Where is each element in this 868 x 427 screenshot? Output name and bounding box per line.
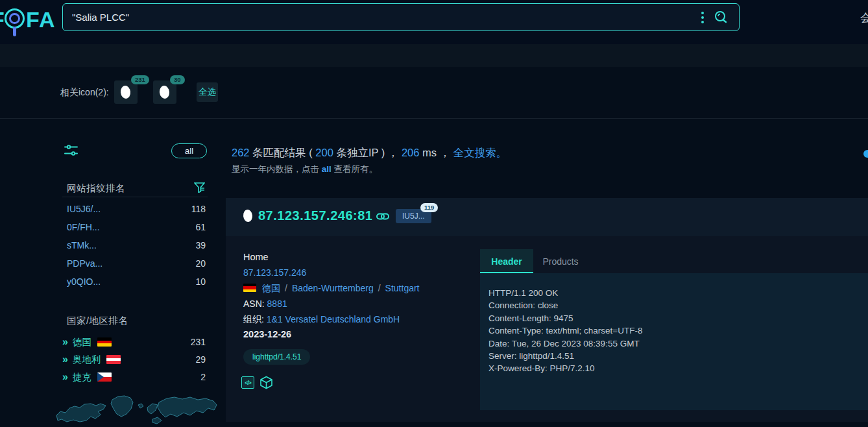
unique-ip-count: 200 — [315, 147, 333, 158]
summary-text: ms ， — [419, 147, 453, 158]
fingerprint-count: 39 — [195, 240, 206, 250]
http-header-panel: HTTP/1.1 200 OK Connection: close Conten… — [480, 273, 868, 410]
funnel-filter-icon[interactable] — [194, 182, 205, 193]
logo-letters-fa: FA — [26, 7, 55, 32]
tab-header[interactable]: Header — [480, 249, 533, 273]
match-count: 262 — [232, 147, 250, 158]
http-header-line: X-Powered-By: PHP/7.2.10 — [488, 362, 868, 374]
external-link-icon[interactable] — [376, 212, 389, 221]
region-row-czech[interactable]: » 捷克 2 — [62, 371, 206, 384]
filter-sliders-icon[interactable] — [64, 145, 78, 156]
fofa-logo[interactable]: F FA — [0, 5, 58, 39]
site-title: Home — [243, 252, 269, 262]
double-chevron-icon: » — [62, 336, 67, 348]
org-link[interactable]: 1&1 Versatel Deutschland GmbH — [267, 314, 400, 324]
ip-link[interactable]: 87.123.157.246 — [243, 267, 306, 278]
germany-flag-icon — [97, 337, 112, 347]
region-count: 231 — [191, 337, 206, 347]
location-row: 德国/Baden-Wurttemberg/Stuttgart — [243, 283, 420, 295]
result-ip-port-link[interactable]: 87.123.157.246:81 — [258, 208, 372, 223]
logo-magnifier-o-icon — [5, 8, 25, 29]
tab-products[interactable]: Products — [533, 249, 588, 273]
region-name: 德国 — [73, 336, 91, 348]
related-icon-label: 相关icon(2): — [60, 87, 109, 99]
fingerprint-link[interactable]: y0QIO... — [67, 276, 101, 287]
favicon-image — [159, 85, 170, 99]
germany-flag-icon — [243, 284, 256, 292]
asn-link[interactable]: 8881 — [267, 299, 287, 309]
austria-flag-icon — [106, 355, 121, 364]
fingerprint-row: y0QIO... 10 — [67, 275, 206, 288]
http-header-line: Content-Type: text/html; charset=UTF-8 — [488, 324, 868, 337]
http-header-line: Content-Length: 9475 — [488, 312, 868, 324]
region-count: 29 — [195, 354, 206, 365]
fingerprint-ranking-title: 网站指纹排名 — [67, 182, 125, 195]
search-bar — [62, 3, 740, 31]
fingerprint-link[interactable]: IU5J6/... — [67, 204, 101, 214]
http-header-line: Connection: close — [488, 299, 868, 311]
fulltext-search-link[interactable]: 全文搜索。 — [453, 147, 507, 158]
search-icon[interactable] — [713, 10, 729, 25]
region-link[interactable]: Baden-Wurttemberg — [292, 283, 374, 293]
asn-label: ASN: — [243, 299, 265, 309]
double-chevron-icon: » — [62, 371, 67, 383]
region-count: 2 — [200, 372, 206, 382]
summary-text: 条匹配结果 ( — [250, 147, 316, 158]
region-name: 奥地利 — [73, 354, 101, 366]
search-input[interactable] — [63, 12, 701, 23]
results-hint: 显示一年内数据，点击 all 查看所有。 — [232, 164, 378, 175]
fingerprint-count: 61 — [195, 222, 206, 232]
hint-text: 显示一年内数据，点击 — [232, 164, 322, 174]
hint-text: 查看所有。 — [332, 164, 378, 174]
fingerprint-link[interactable]: 0F/FH... — [67, 222, 100, 232]
tag-count-bubble: 119 — [420, 203, 438, 212]
site-title-text: Home — [243, 252, 269, 262]
sidebar-divider — [62, 197, 208, 197]
nav-member-label-clipped[interactable]: 会员 — [860, 10, 868, 25]
all-data-toggle-button[interactable]: all — [171, 143, 207, 158]
select-all-button[interactable]: 全选 — [197, 82, 218, 102]
section-divider — [0, 118, 868, 119]
results-summary: 262 条匹配结果 ( 200 条独立IP ) ， 206 ms ， 全文搜索。 — [232, 146, 507, 160]
http-header-line: Server: lighttpd/1.4.51 — [488, 350, 868, 362]
region-name: 捷克 — [73, 371, 91, 384]
server-version-tag[interactable]: lighttpd/1.4.51 — [243, 349, 310, 365]
http-header-line: HTTP/1.1 200 OK — [488, 287, 868, 299]
czech-flag-icon — [97, 372, 112, 382]
double-chevron-icon: » — [62, 354, 67, 365]
last-seen-date: 2023-12-26 — [243, 329, 291, 339]
favicon-count-badge: 30 — [170, 75, 185, 84]
ip-row: 87.123.157.246 — [243, 267, 306, 278]
floating-widget-dot[interactable] — [863, 150, 868, 158]
source-code-icon[interactable]: </> — [241, 376, 254, 389]
separator: / — [374, 283, 385, 293]
fingerprint-link[interactable]: PDPva... — [67, 258, 102, 269]
city-link[interactable]: Stuttgart — [385, 283, 420, 293]
region-ranking-title: 国家/地区排名 — [67, 315, 128, 327]
fingerprint-count: 118 — [191, 204, 206, 214]
more-options-icon[interactable] — [701, 12, 704, 23]
world-map — [55, 388, 217, 427]
org-row: 组织: 1&1 Versatel Deutschland GmbH — [243, 314, 400, 326]
region-row-austria[interactable]: » 奥地利 29 — [62, 353, 206, 366]
summary-text: 条独立IP ) ， — [333, 147, 402, 158]
fingerprint-row: IU5J6/... 118 — [67, 202, 206, 215]
fingerprint-row: 0F/FH... 61 — [67, 221, 206, 234]
date-row: 2023-12-26 — [243, 329, 291, 339]
query-time: 206 — [402, 147, 420, 158]
http-header-line: Date: Tue, 26 Dec 2023 08:39:55 GMT — [488, 337, 868, 350]
all-link[interactable]: all — [322, 164, 332, 174]
fingerprint-count: 20 — [195, 258, 206, 269]
sub-header-band — [0, 44, 868, 67]
country-link[interactable]: 德国 — [262, 283, 280, 293]
org-label: 组织: — [243, 314, 264, 324]
cube-assets-icon[interactable] — [259, 376, 273, 389]
favicon-count-badge: 231 — [131, 75, 149, 84]
region-row-germany[interactable]: » 德国 231 — [62, 336, 206, 348]
fingerprint-row: PDPva... 20 — [67, 257, 206, 270]
separator: / — [280, 283, 292, 293]
asn-row: ASN: 8881 — [243, 299, 287, 309]
fingerprint-count: 10 — [195, 276, 206, 287]
fingerprint-row: sTMk... 39 — [67, 239, 206, 252]
fingerprint-link[interactable]: sTMk... — [67, 240, 97, 250]
